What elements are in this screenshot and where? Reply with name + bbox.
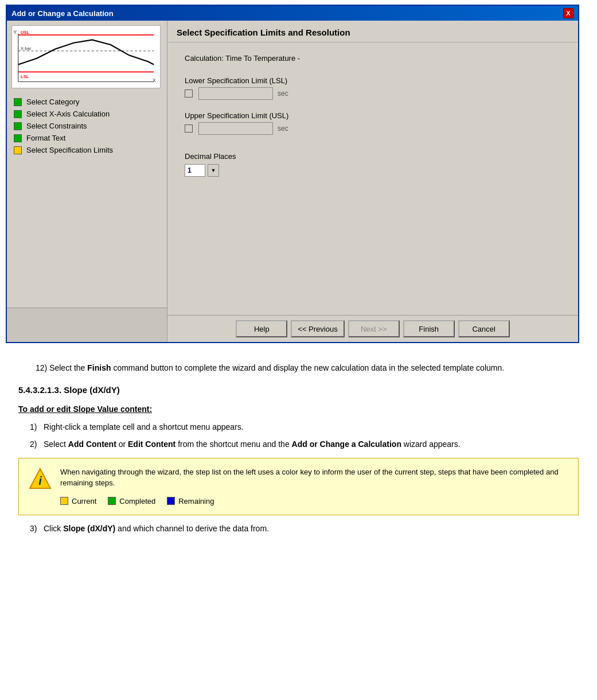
- lsl-unit: sec: [278, 90, 288, 98]
- decimal-input[interactable]: 1: [185, 164, 205, 177]
- usl-row: sec: [185, 122, 561, 135]
- svg-text:USL: USL: [21, 30, 29, 35]
- help-button[interactable]: Help: [236, 320, 287, 337]
- lsl-checkbox[interactable]: [185, 90, 193, 98]
- step-label-3: Format Text: [26, 134, 65, 142]
- decimal-section: Decimal Places 1 ▼: [185, 152, 561, 177]
- right-panel: Select Specification Limits and Resoluti…: [167, 21, 578, 342]
- step-item-4: Select Specification Limits: [14, 146, 160, 154]
- usl-input[interactable]: [198, 122, 273, 135]
- list-num-2: 2): [30, 438, 44, 450]
- left-panel: Y X USL LSL X-bar: [7, 21, 167, 342]
- list-text-3-suffix: and which channel to derive the data fro…: [115, 524, 269, 533]
- step-label-4: Select Specification Limits: [26, 146, 113, 154]
- note-body: When navigating through the wizard, the …: [60, 466, 569, 489]
- warning-icon: i: [28, 466, 52, 491]
- list-text-2-prefix: Select: [44, 440, 68, 449]
- list-item-3: 3) Click Slope (dX/dY) and which channel…: [18, 522, 579, 535]
- dialog-wrapper: Add or Change a Calculation X Y X: [0, 0, 597, 352]
- lsl-row: sec: [185, 87, 561, 100]
- step-dot-0: [14, 98, 22, 106]
- doc-content: 12) Select the Finish command button to …: [0, 352, 597, 549]
- decimal-label: Decimal Places: [185, 152, 561, 161]
- dialog-window: Add or Change a Calculation X Y X: [6, 5, 579, 343]
- svg-text:i: i: [38, 475, 42, 487]
- usl-label: Upper Specification Limit (USL): [185, 111, 561, 120]
- step-12-paragraph: 12) Select the Finish command button to …: [18, 361, 579, 374]
- legend-label-current: Current: [72, 496, 96, 507]
- note-box: i When navigating through the wizard, th…: [18, 458, 579, 516]
- step-item-1: Select X-Axis Calculation: [14, 110, 160, 118]
- legend-dot-remaining: [167, 497, 175, 505]
- lsl-label: Lower Specification Limit (LSL): [185, 76, 561, 85]
- sub-heading: To add or edit Slope Value content:: [18, 403, 579, 415]
- step-dot-3: [14, 134, 22, 142]
- step-item-2: Select Constraints: [14, 122, 160, 130]
- decimal-row: 1 ▼: [185, 164, 561, 177]
- step-12-text: Select the: [49, 363, 87, 372]
- step-item-0: Select Category: [14, 98, 160, 106]
- svg-rect-0: [12, 28, 160, 86]
- list-text-2-bold1: Add Content: [68, 440, 116, 449]
- section-heading: 5.4.3.2.1.3. Slope (dX/dY): [18, 383, 579, 397]
- list-item-1: 1) Right-click a template cell and a sho…: [18, 421, 579, 433]
- list-text-2: Select Add Content or Edit Content from …: [44, 438, 461, 450]
- calc-label: Calculation: Time To Temperature -: [185, 54, 561, 63]
- usl-section: Upper Specification Limit (USL) sec: [185, 111, 561, 135]
- right-header: Select Specification Limits and Resoluti…: [167, 21, 578, 42]
- legend-item-remaining: Remaining: [167, 496, 214, 507]
- svg-text:LSL: LSL: [21, 74, 29, 79]
- right-panel-title: Select Specification Limits and Resoluti…: [177, 28, 569, 37]
- list-text-2-bold2: Edit Content: [128, 440, 175, 449]
- dialog-body: Y X USL LSL X-bar: [7, 21, 578, 342]
- lsl-input[interactable]: [198, 87, 273, 100]
- step-dot-1: [14, 110, 22, 118]
- legend-dot-current: [60, 497, 68, 505]
- next-button[interactable]: Next >>: [348, 320, 400, 337]
- dialog-close-button[interactable]: X: [563, 8, 573, 18]
- list-text-2-mid: or: [116, 440, 128, 449]
- usl-checkbox[interactable]: [185, 125, 193, 133]
- finish-button[interactable]: Finish: [403, 320, 455, 337]
- list-item-2: 2) Select Add Content or Edit Content fr…: [18, 438, 579, 450]
- legend-row: Current Completed Remaining: [60, 496, 569, 507]
- step-dot-2: [14, 122, 22, 130]
- usl-unit: sec: [278, 125, 288, 133]
- list-text-1: Right-click a template cell and a shortc…: [44, 421, 244, 433]
- decimal-dropdown[interactable]: ▼: [208, 164, 219, 177]
- dialog-title: Add or Change a Calculation: [11, 9, 114, 18]
- list-num-3: 3): [30, 522, 44, 535]
- list-text-2-suffix-prefix: from the shortcut menu and the: [175, 440, 291, 449]
- list-text-3-bold: Slope (dX/dY): [63, 524, 115, 533]
- legend-item-completed: Completed: [108, 496, 155, 507]
- svg-text:X-bar: X-bar: [21, 46, 32, 51]
- previous-button[interactable]: << Previous: [291, 320, 344, 337]
- step-12-suffix: command button to complete the wizard an…: [111, 363, 505, 372]
- left-footer: [7, 308, 167, 342]
- list-text-3: Click Slope (dX/dY) and which channel to…: [44, 522, 269, 535]
- step-12-num: 12): [36, 363, 47, 372]
- list-text-3-text: Click: [44, 524, 63, 533]
- legend-item-current: Current: [60, 496, 96, 507]
- lsl-section: Lower Specification Limit (LSL) sec: [185, 76, 561, 100]
- right-content: Calculation: Time To Temperature - Lower…: [167, 42, 578, 315]
- note-text-content: When navigating through the wizard, the …: [60, 466, 569, 507]
- legend-label-remaining: Remaining: [178, 496, 214, 507]
- cancel-button[interactable]: Cancel: [458, 320, 510, 337]
- dialog-titlebar: Add or Change a Calculation X: [7, 6, 578, 21]
- step-label-0: Select Category: [26, 98, 80, 106]
- dialog-footer: Help << Previous Next >> Finish Cancel: [167, 315, 578, 342]
- legend-dot-completed: [108, 497, 116, 505]
- chart-svg: Y X USL LSL X-bar: [12, 26, 160, 88]
- step-list: Select Category Select X-Axis Calculatio…: [7, 93, 167, 308]
- step-item-3: Format Text: [14, 134, 160, 142]
- step-12-bold: Finish: [87, 363, 111, 372]
- svg-text:Y: Y: [13, 29, 17, 35]
- list-text-2-suffix: wizard appears.: [401, 440, 461, 449]
- step-dot-4: [14, 146, 22, 154]
- list-text-2-bold3: Add or Change a Calculation: [292, 440, 401, 449]
- step-label-2: Select Constraints: [26, 122, 87, 130]
- list-num-1: 1): [30, 421, 44, 433]
- legend-label-completed: Completed: [119, 496, 155, 507]
- chart-area: Y X USL LSL X-bar: [11, 25, 161, 88]
